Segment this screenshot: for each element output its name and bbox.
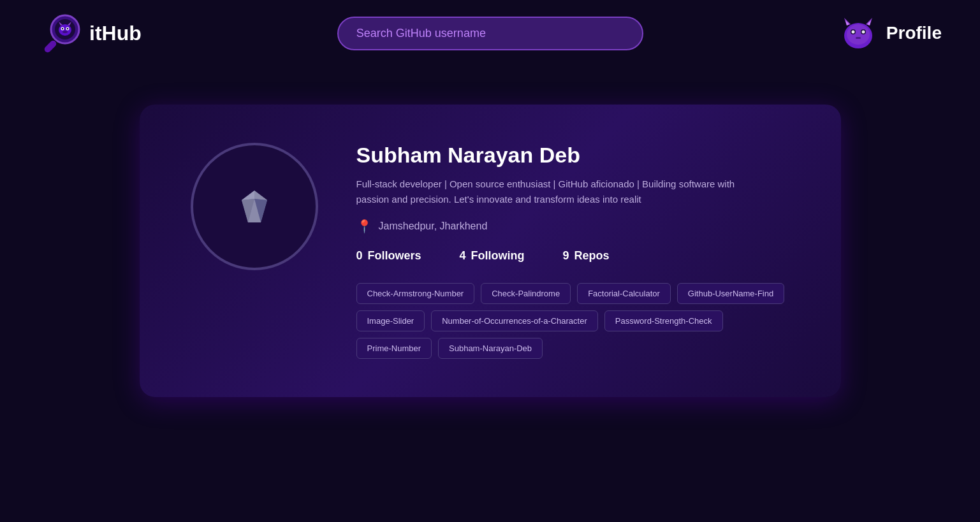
repos-count: 9: [563, 249, 569, 263]
svg-point-10: [62, 31, 68, 33]
main-content: Subham Narayan Deb Full-stack developer …: [0, 66, 980, 435]
followers-stat: 0 Followers: [356, 249, 421, 263]
profile-info: Subham Narayan Deb Full-stack developer …: [356, 143, 790, 359]
repo-tag[interactable]: Prime-Number: [356, 338, 432, 359]
logo-icon: [38, 10, 84, 56]
profile-label: Profile: [886, 23, 942, 43]
avatar-section: [191, 143, 318, 270]
svg-point-9: [67, 28, 68, 29]
profile-card: Subham Narayan Deb Full-stack developer …: [140, 105, 841, 397]
user-name: Subham Narayan Deb: [356, 143, 790, 168]
svg-point-19: [851, 31, 854, 34]
header: itHub Profile: [0, 0, 980, 66]
svg-point-20: [861, 31, 865, 34]
repo-tag[interactable]: Subham-Narayan-Deb: [438, 338, 543, 359]
repos-label: Repos: [574, 249, 610, 263]
repo-tag[interactable]: Factorial-Calculator: [577, 283, 671, 304]
repo-tag[interactable]: Check-Palindrome: [481, 283, 571, 304]
stats-row: 0 Followers 4 Following 9 Repos: [356, 249, 790, 263]
following-count: 4: [460, 249, 466, 263]
svg-marker-24: [242, 191, 254, 200]
repo-tag[interactable]: Number-of-Occurrences-of-a-Character: [431, 310, 598, 331]
location-row: 📍 Jamshedpur, Jharkhend: [356, 219, 790, 234]
avatar-image: [229, 187, 280, 226]
repo-tag[interactable]: Github-UserName-Find: [677, 283, 784, 304]
repo-tag[interactable]: Image-Slider: [356, 310, 425, 331]
repo-tag[interactable]: Password-Strength-Check: [604, 310, 723, 331]
repos-stat: 9 Repos: [563, 249, 610, 263]
profile-cat-icon: [839, 14, 877, 52]
repos-section: Check-Armstrong-NumberCheck-PalindromeFa…: [356, 283, 790, 359]
svg-point-3: [59, 24, 71, 36]
avatar-circle: [191, 143, 318, 270]
followers-label: Followers: [368, 249, 421, 263]
svg-rect-0: [43, 40, 58, 54]
repo-tag[interactable]: Check-Armstrong-Number: [356, 283, 475, 304]
following-label: Following: [471, 249, 525, 263]
search-input[interactable]: [337, 17, 643, 50]
svg-marker-23: [254, 191, 267, 200]
logo-area: itHub: [38, 10, 142, 56]
location-text: Jamshedpur, Jharkhend: [379, 221, 488, 232]
location-pin-icon: 📍: [356, 219, 372, 234]
followers-count: 0: [356, 249, 363, 263]
logo-title: itHub: [89, 22, 142, 45]
svg-point-16: [847, 24, 870, 45]
profile-nav[interactable]: Profile: [839, 14, 942, 52]
svg-rect-21: [856, 37, 861, 39]
following-stat: 4 Following: [460, 249, 525, 263]
svg-point-8: [62, 28, 63, 29]
user-bio: Full-stack developer | Open source enthu…: [356, 177, 739, 207]
